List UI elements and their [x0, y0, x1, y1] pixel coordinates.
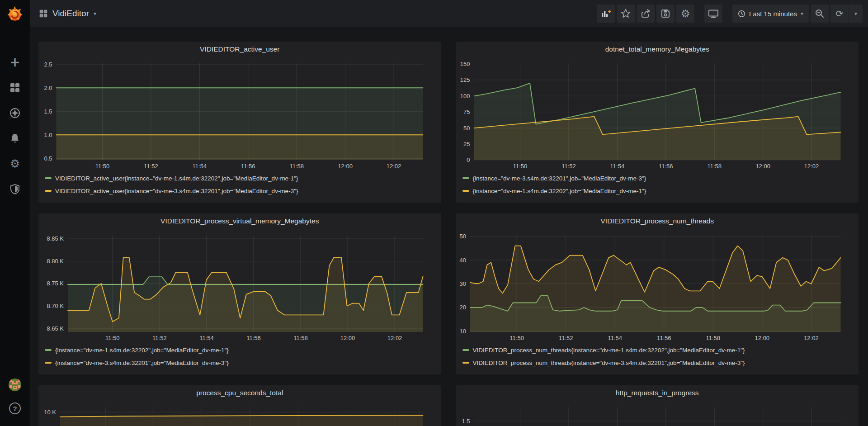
- save-button[interactable]: [656, 5, 675, 23]
- grafana-flame-icon: [5, 4, 24, 23]
- panel-title[interactable]: VIDIEDITOR_active_user: [38, 42, 441, 57]
- panel-title[interactable]: VIDIEDITOR_process_virtual_memory_Megaby…: [38, 213, 441, 229]
- zoom-out-button[interactable]: [811, 5, 829, 23]
- sidebar-item-server-admin[interactable]: [9, 184, 20, 194]
- svg-text:12:00: 12:00: [755, 163, 770, 170]
- svg-text:10 K: 10 K: [44, 409, 56, 416]
- svg-text:100: 100: [460, 93, 470, 99]
- svg-text:1.5: 1.5: [44, 108, 52, 115]
- timeseries-chart[interactable]: 11:5011:5211:5411:5611:5812:0012:028.65 …: [38, 229, 441, 343]
- svg-text:50: 50: [463, 125, 470, 132]
- svg-text:11:50: 11:50: [513, 163, 527, 170]
- save-icon: [660, 8, 671, 19]
- legend-item[interactable]: {instance="dv-me-3.s4m.de:32201",job="Me…: [45, 356, 441, 369]
- legend-series-label: VIDIEDITOR_process_num_threads{instance=…: [473, 347, 745, 354]
- panel-title[interactable]: VIDIEDITOR_process_num_threads: [456, 213, 859, 229]
- gear-icon: ⚙: [10, 158, 20, 169]
- panel-title[interactable]: process_cpu_seconds_total: [38, 385, 441, 401]
- legend-item[interactable]: VIDIEDITOR_active_user{instance="dv-me-1…: [45, 172, 441, 185]
- panel-title[interactable]: dotnet_total_memory_Megabytes: [456, 42, 859, 57]
- legend-series-swatch: [462, 177, 469, 179]
- legend-series-swatch: [462, 349, 469, 351]
- svg-text:125: 125: [460, 76, 470, 83]
- grafana-logo[interactable]: [0, 0, 30, 27]
- avatar: [8, 378, 22, 392]
- sidebar-item-explore[interactable]: [9, 108, 20, 118]
- svg-text:30: 30: [459, 280, 466, 287]
- legend-series-swatch: [45, 190, 52, 192]
- timeseries-chart[interactable]: 11:5011:5211:5411:5611:5812:0012:0210203…: [456, 229, 859, 343]
- svg-text:25: 25: [463, 141, 470, 147]
- legend-series-label: {instance="dv-me-3.s4m.de:32201",job="Me…: [473, 175, 646, 182]
- svg-text:11:52: 11:52: [561, 163, 576, 170]
- legend-item[interactable]: VIDIEDITOR_process_num_threads{instance=…: [462, 356, 859, 369]
- grid-icon: [9, 82, 20, 93]
- svg-text:12:02: 12:02: [387, 163, 401, 170]
- dashboard-title: VidiEditor: [52, 9, 89, 19]
- timeseries-chart[interactable]: 11:5011:5211:5411:5611:5812:0012:0210 K9…: [38, 401, 441, 426]
- legend-item[interactable]: {instance="dv-me-1.s4m.de:32202",job="Me…: [45, 344, 441, 356]
- svg-text:11:50: 11:50: [509, 335, 524, 341]
- settings-button[interactable]: ⚙: [676, 5, 694, 23]
- legend-series-swatch: [45, 362, 52, 364]
- chart-legend: VIDIEDITOR_process_num_threads{instance=…: [456, 343, 859, 369]
- legend-series-label: {instance="dv-me-3.s4m.de:32201",job="Me…: [55, 360, 229, 366]
- question-icon: ?: [13, 405, 17, 412]
- time-range-label: Last 15 minutes: [749, 10, 797, 18]
- panel-process-cpu-seconds: process_cpu_seconds_total 11:5011:5211:5…: [38, 385, 441, 426]
- user-avatar[interactable]: [8, 378, 22, 392]
- svg-text:11:58: 11:58: [707, 163, 722, 170]
- svg-text:11:56: 11:56: [246, 335, 261, 341]
- time-range-picker[interactable]: Last 15 minutes ▾: [732, 5, 809, 23]
- timeseries-chart[interactable]: 11:5011:5211:5411:5611:5812:0012:020.51.…: [38, 57, 441, 171]
- svg-text:20: 20: [459, 304, 466, 311]
- svg-text:2.5: 2.5: [44, 61, 52, 68]
- svg-text:11:58: 11:58: [289, 163, 304, 170]
- svg-text:8.75 K: 8.75 K: [47, 280, 64, 287]
- share-button[interactable]: [637, 5, 655, 23]
- gear-icon: ⚙: [681, 9, 690, 19]
- panel-process-num-threads: VIDIEDITOR_process_num_threads 11:5011:5…: [456, 213, 859, 374]
- timeseries-chart[interactable]: 11:5011:5211:5411:5611:5812:0012:021.51.…: [456, 401, 859, 426]
- refresh-button[interactable]: ⟳: [830, 5, 849, 23]
- add-panel-button[interactable]: [597, 5, 615, 23]
- svg-text:1.0: 1.0: [44, 132, 52, 138]
- navbar: VidiEditor ▾: [30, 0, 868, 27]
- panel-title[interactable]: http_requests_in_progress: [456, 385, 859, 401]
- sidebar-item-dashboards[interactable]: [9, 82, 20, 93]
- svg-text:10: 10: [459, 328, 466, 335]
- svg-text:50: 50: [459, 233, 466, 240]
- legend-item[interactable]: {instance="dv-me-3.s4m.de:32201",job="Me…: [462, 172, 859, 185]
- favorite-button[interactable]: [617, 5, 635, 23]
- help-button[interactable]: ?: [9, 402, 21, 414]
- refresh-interval-button[interactable]: ▾: [849, 5, 863, 23]
- legend-item[interactable]: VIDIEDITOR_process_num_threads{instance=…: [462, 344, 859, 356]
- legend-series-label: {instance="dv-me-1.s4m.de:32202",job="Me…: [473, 188, 646, 194]
- sidebar-item-create[interactable]: +: [9, 57, 20, 68]
- svg-text:0: 0: [467, 156, 470, 163]
- svg-text:12:02: 12:02: [804, 335, 819, 341]
- legend-series-swatch: [462, 362, 469, 364]
- svg-text:12:02: 12:02: [804, 163, 819, 170]
- legend-item[interactable]: VIDIEDITOR_active_user{instance="dv-me-3…: [45, 185, 441, 197]
- chart-legend: {instance="dv-me-1.s4m.de:32202",job="Me…: [38, 343, 441, 369]
- svg-text:11:54: 11:54: [199, 335, 214, 341]
- svg-text:1.5: 1.5: [462, 418, 470, 425]
- timeseries-chart[interactable]: 11:5011:5211:5411:5611:5812:0012:0202550…: [456, 57, 859, 171]
- svg-text:11:54: 11:54: [610, 163, 624, 170]
- bell-icon: [9, 133, 20, 144]
- svg-text:11:50: 11:50: [95, 163, 110, 170]
- svg-text:0.5: 0.5: [44, 155, 52, 162]
- chevron-down-icon: ▾: [94, 10, 96, 17]
- chevron-down-icon: ▾: [854, 10, 857, 17]
- panel-http-requests-in-progress: http_requests_in_progress 11:5011:5211:5…: [456, 385, 859, 426]
- svg-text:11:56: 11:56: [241, 163, 255, 170]
- legend-series-label: {instance="dv-me-1.s4m.de:32202",job="Me…: [55, 347, 229, 354]
- dashboard-picker[interactable]: VidiEditor ▾: [39, 9, 96, 19]
- svg-text:12:02: 12:02: [387, 335, 402, 341]
- sidebar-item-configuration[interactable]: ⚙: [9, 158, 20, 169]
- sidebar-item-alerting[interactable]: [9, 133, 20, 144]
- legend-item[interactable]: {instance="dv-me-1.s4m.de:32202",job="Me…: [462, 185, 859, 197]
- cycle-view-button[interactable]: [704, 5, 722, 23]
- chart-legend: {instance="dv-me-3.s4m.de:32201",job="Me…: [456, 171, 859, 197]
